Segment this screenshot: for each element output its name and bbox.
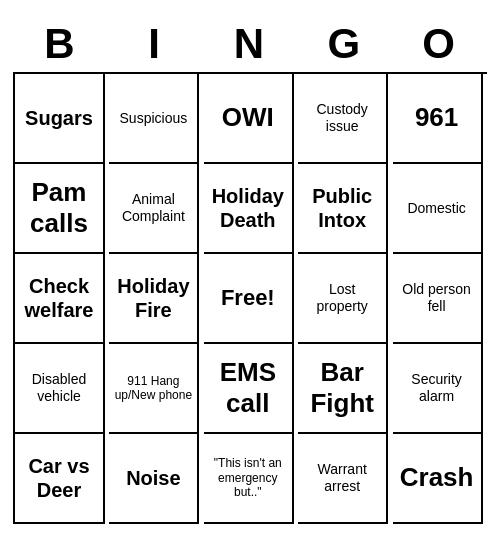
cell-text-15: Disabled vehicle [19,371,99,405]
bingo-grid: SugarsSuspiciousOWICustody issue961Pam c… [13,72,487,524]
letter-g: G [300,20,390,68]
cell-text-12: Free! [221,285,275,311]
bingo-cell-24[interactable]: Crash [393,434,483,524]
cell-text-14: Old person fell [397,281,477,315]
bingo-cell-4[interactable]: 961 [393,74,483,164]
cell-text-4: 961 [415,102,458,133]
bingo-cell-19[interactable]: Security alarm [393,344,483,434]
bingo-title: B I N G O [13,20,487,68]
cell-text-18: Bar Fight [302,357,382,419]
bingo-cell-16[interactable]: 911 Hang up/New phone [109,344,199,434]
cell-text-24: Crash [400,462,474,493]
cell-text-22: "This isn't an emergency but.." [208,456,288,499]
cell-text-3: Custody issue [302,101,382,135]
cell-text-6: Animal Complaint [113,191,193,225]
letter-i: I [110,20,200,68]
bingo-cell-23[interactable]: Warrant arrest [298,434,388,524]
cell-text-1: Suspicious [120,110,188,127]
bingo-cell-15[interactable]: Disabled vehicle [15,344,105,434]
bingo-cell-10[interactable]: Check welfare [15,254,105,344]
cell-text-0: Sugars [25,106,93,130]
bingo-cell-8[interactable]: Public Intox [298,164,388,254]
cell-text-13: Lost property [302,281,382,315]
bingo-cell-12[interactable]: Free! [204,254,294,344]
bingo-cell-21[interactable]: Noise [109,434,199,524]
cell-text-23: Warrant arrest [302,461,382,495]
bingo-cell-0[interactable]: Sugars [15,74,105,164]
bingo-cell-18[interactable]: Bar Fight [298,344,388,434]
letter-b: B [15,20,105,68]
cell-text-2: OWI [222,102,274,133]
bingo-cell-14[interactable]: Old person fell [393,254,483,344]
cell-text-10: Check welfare [19,274,99,322]
bingo-cell-1[interactable]: Suspicious [109,74,199,164]
bingo-card: B I N G O SugarsSuspiciousOWICustody iss… [5,12,495,532]
bingo-cell-6[interactable]: Animal Complaint [109,164,199,254]
bingo-cell-20[interactable]: Car vs Deer [15,434,105,524]
cell-text-16: 911 Hang up/New phone [113,374,193,403]
cell-text-17: EMS call [208,357,288,419]
bingo-cell-3[interactable]: Custody issue [298,74,388,164]
cell-text-8: Public Intox [302,184,382,232]
bingo-cell-22[interactable]: "This isn't an emergency but.." [204,434,294,524]
bingo-cell-5[interactable]: Pam calls [15,164,105,254]
cell-text-19: Security alarm [397,371,477,405]
letter-o: O [395,20,485,68]
cell-text-11: Holiday Fire [113,274,193,322]
cell-text-7: Holiday Death [208,184,288,232]
cell-text-9: Domestic [407,200,465,217]
bingo-cell-2[interactable]: OWI [204,74,294,164]
cell-text-20: Car vs Deer [19,454,99,502]
bingo-cell-7[interactable]: Holiday Death [204,164,294,254]
cell-text-21: Noise [126,466,180,490]
letter-n: N [205,20,295,68]
bingo-cell-11[interactable]: Holiday Fire [109,254,199,344]
cell-text-5: Pam calls [19,177,99,239]
bingo-cell-17[interactable]: EMS call [204,344,294,434]
bingo-cell-9[interactable]: Domestic [393,164,483,254]
bingo-cell-13[interactable]: Lost property [298,254,388,344]
